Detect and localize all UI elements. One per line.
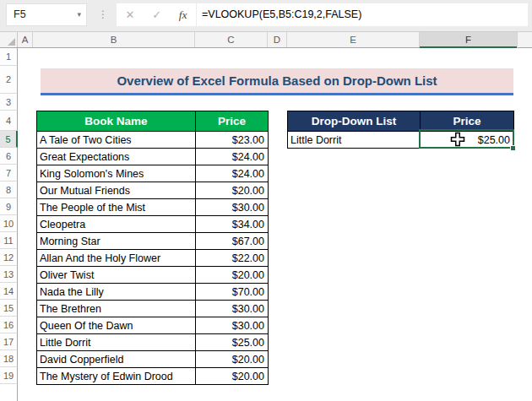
row-header-13[interactable]: 13 (0, 266, 18, 283)
column-header-b[interactable]: B (33, 32, 195, 47)
name-box-value: F5 (14, 4, 26, 25)
name-box[interactable]: F5 ▾ (6, 3, 87, 26)
price-cell[interactable]: $23.00 (196, 132, 269, 149)
column-header-f-selected[interactable]: F (420, 32, 518, 48)
row-header-9[interactable]: 9 (0, 198, 18, 215)
row-header-19[interactable]: 19 (0, 367, 18, 384)
insert-function-icon[interactable]: fx (179, 8, 187, 22)
dropdown-selected-book-cell[interactable]: Little Dorrit (288, 132, 421, 149)
dropdown-list-header[interactable]: Drop-Down List (288, 111, 421, 132)
formula-bar-buttons: ✕ ✓ fx (117, 3, 196, 26)
book-name-cell[interactable]: The People of the Mist (37, 199, 196, 216)
cancel-icon[interactable]: ✕ (125, 8, 134, 21)
price-cell[interactable]: $20.00 (196, 182, 269, 199)
row-header-5-selected[interactable]: 5 (0, 131, 18, 148)
row-header-1[interactable]: 1 (0, 48, 18, 66)
row-header-2[interactable]: 2 (0, 66, 18, 94)
row-header-11[interactable]: 11 (0, 232, 18, 249)
book-name-cell[interactable]: Little Dorrit (37, 334, 196, 351)
price-cell[interactable]: $22.00 (196, 250, 269, 267)
book-name-header[interactable]: Book Name (37, 111, 196, 132)
column-header-a[interactable]: A (18, 32, 33, 47)
row-header-14[interactable]: 14 (0, 283, 18, 300)
row-header-4[interactable]: 4 (0, 111, 18, 131)
book-name-cell[interactable]: A Tale of Two Cities (37, 132, 196, 149)
book-name-cell[interactable]: Morning Star (37, 233, 196, 250)
book-name-cell[interactable]: Oliver Twist (37, 267, 196, 284)
book-name-cell[interactable]: King Solomon's Mines (37, 165, 196, 182)
book-price-header[interactable]: Price (196, 111, 269, 132)
price-cell[interactable]: $20.00 (196, 267, 269, 284)
price-cell[interactable]: $30.00 (196, 317, 269, 334)
column-header-e[interactable]: E (287, 32, 420, 47)
column-header-d[interactable]: D (268, 32, 287, 47)
formula-input[interactable]: =VLOOKUP(E5,B5:C19,2,FALSE) (197, 3, 528, 26)
book-name-cell[interactable]: David Copperfield (37, 351, 196, 368)
row-header-3[interactable]: 3 (0, 94, 18, 111)
row-header-6[interactable]: 6 (0, 148, 18, 165)
vlookup-result-cell[interactable]: $25.00 (421, 132, 514, 149)
book-name-cell[interactable]: The Mystery of Edwin Drood (37, 368, 196, 385)
book-name-cell[interactable]: Cleopetra (37, 216, 196, 233)
cell-cursor-icon (450, 132, 465, 147)
row-header-12[interactable]: 12 (0, 249, 18, 266)
worksheet-title[interactable]: Overview of Excel Formula Based on Drop-… (41, 68, 513, 95)
select-all-triangle-icon (8, 38, 15, 46)
price-cell[interactable]: $67.00 (196, 233, 269, 250)
book-name-cell[interactable]: Our Mutual Friends (37, 182, 196, 199)
price-cell[interactable]: $24.00 (196, 149, 269, 165)
row-header-8[interactable]: 8 (0, 182, 18, 198)
row-header-10[interactable]: 10 (0, 215, 18, 232)
column-header-c[interactable]: C (195, 32, 268, 47)
price-cell[interactable]: $25.00 (196, 334, 269, 351)
excel-window: F5 ▾ ⋮ ✕ ✓ fx =VLOOKUP(E5,B5:C19,2,FALSE… (0, 0, 532, 401)
book-name-cell[interactable]: The Brethren (37, 301, 196, 317)
book-name-cell[interactable]: Queen Of the Dawn (37, 317, 196, 334)
book-name-cell[interactable]: Nada the Lilly (37, 284, 196, 301)
price-cell[interactable]: $24.00 (196, 165, 269, 182)
book-name-cell[interactable]: Great Expectations (37, 149, 196, 165)
row-header-18[interactable]: 18 (0, 350, 18, 367)
column-header-g-partial[interactable] (518, 32, 532, 47)
enter-icon[interactable]: ✓ (152, 8, 161, 21)
price-cell[interactable]: $30.00 (196, 199, 269, 216)
row-header-7[interactable]: 7 (0, 165, 18, 182)
select-all-corner[interactable] (0, 32, 18, 47)
row-header-15[interactable]: 15 (0, 300, 18, 317)
price-cell[interactable]: $20.00 (196, 368, 269, 385)
dropdown-lookup-table: Drop-Down List Price Little Dorrit $25.0… (287, 111, 514, 149)
price-cell[interactable]: $20.00 (196, 351, 269, 368)
price-cell[interactable]: $30.00 (196, 301, 269, 317)
row-header-17[interactable]: 17 (0, 333, 18, 350)
row-header-column-tail (0, 384, 18, 401)
name-box-dropdown-icon[interactable]: ▾ (77, 4, 81, 25)
price-cell[interactable]: $34.00 (196, 216, 269, 233)
formula-bar: F5 ▾ ⋮ ✕ ✓ fx =VLOOKUP(E5,B5:C19,2,FALSE… (0, 0, 532, 32)
formula-bar-drag-dots-icon: ⋮ (98, 3, 108, 26)
book-name-cell[interactable]: Allan And the Holy Flower (37, 250, 196, 267)
book-price-table: Book Name Price A Tale of Two Cities$23.… (36, 111, 269, 385)
fill-handle[interactable] (510, 145, 516, 151)
row-header-16[interactable]: 16 (0, 317, 18, 333)
price-cell[interactable]: $70.00 (196, 284, 269, 301)
lookup-price-header[interactable]: Price (421, 111, 514, 132)
